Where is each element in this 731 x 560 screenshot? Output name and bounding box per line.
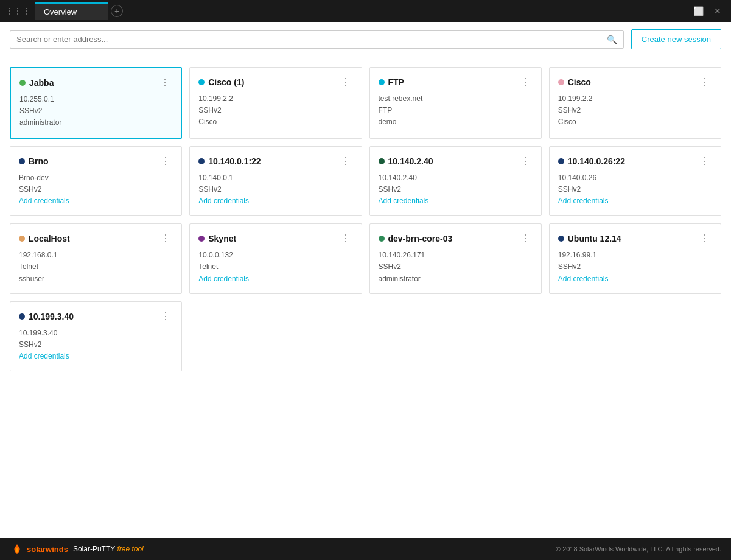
card-host: 10.140.2.40 [379,172,533,184]
card-protocol: SSHv2 [19,184,173,195]
card-header: Brno ⋮ [19,155,173,167]
status-dot [558,79,564,85]
card-menu-button[interactable]: ⋮ [158,155,173,167]
card-host: 10.199.2.2 [198,93,352,105]
card-name: FTP [388,77,404,87]
card-title-row: Skynet [198,234,236,243]
status-dot [379,79,385,85]
status-dot [379,236,385,242]
status-dot [198,79,205,85]
card-info: 10.140.26.171 SSHv2 administrator [379,250,533,285]
session-card-10140026[interactable]: 10.140.0.26:22 ⋮ 10.140.0.26 SSHv2 Add c… [549,146,721,217]
session-card-devbrn[interactable]: dev-brn-core-03 ⋮ 10.140.26.171 SSHv2 ad… [369,223,542,294]
add-credentials-link[interactable]: Add credentials [558,273,609,285]
card-title-row: FTP [379,77,404,87]
card-menu-button[interactable]: ⋮ [518,76,533,88]
card-info: 192.168.0.1 Telnet sshuser [19,250,173,285]
session-card-jabba[interactable]: Jabba ⋮ 10.255.0.1 SSHv2 administrator [10,67,182,139]
card-menu-button[interactable]: ⋮ [698,233,712,245]
session-card-skynet[interactable]: Skynet ⋮ 10.0.0.132 Telnet Add credentia… [189,223,362,294]
card-protocol: SSHv2 [379,184,533,195]
card-user: Cisco [558,116,712,128]
card-host: 10.199.3.40 [19,327,173,339]
card-menu-button[interactable]: ⋮ [338,155,353,167]
session-card-cisco[interactable]: Cisco ⋮ 10.199.2.2 SSHv2 Cisco [549,67,721,139]
card-title-row: Jabba [19,78,54,88]
card-menu-button[interactable]: ⋮ [338,233,353,245]
add-credentials-link[interactable]: Add credentials [379,195,429,207]
card-name: LocalHost [29,234,70,243]
card-title-row: LocalHost [19,234,70,243]
card-title-row: dev-brn-core-03 [379,234,453,243]
card-name: dev-brn-core-03 [388,234,453,243]
session-card-10199340[interactable]: 10.199.3.40 ⋮ 10.199.3.40 SSHv2 Add cred… [10,301,182,372]
card-menu-button[interactable]: ⋮ [698,155,712,167]
sessions-grid: Jabba ⋮ 10.255.0.1 SSHv2 administrator C… [10,67,721,371]
session-card-brno[interactable]: Brno ⋮ Brno-dev SSHv2 Add credentials [10,146,182,217]
card-menu-button[interactable]: ⋮ [158,310,173,323]
card-menu-button[interactable]: ⋮ [158,77,172,89]
card-info: 10.199.2.2 SSHv2 Cisco [198,93,352,128]
status-dot [558,236,564,242]
search-input[interactable] [16,35,607,44]
card-header: 10.140.0.26:22 ⋮ [558,155,712,167]
card-title-row: Cisco (1) [198,77,244,87]
card-menu-button[interactable]: ⋮ [698,76,712,88]
card-protocol: SSHv2 [19,105,172,117]
card-title-row: Ubuntu 12.14 [558,234,621,243]
add-credentials-link[interactable]: Add credentials [198,195,249,207]
card-menu-button[interactable]: ⋮ [518,233,533,245]
card-menu-button[interactable]: ⋮ [518,155,533,167]
card-title-row: Brno [19,156,49,166]
session-card-cisco1[interactable]: Cisco (1) ⋮ 10.199.2.2 SSHv2 Cisco [189,67,362,139]
new-tab-button[interactable]: + [111,5,123,17]
card-title-row: 10.140.0.1:22 [198,156,261,166]
card-name: 10.199.3.40 [29,312,74,321]
add-credentials-link[interactable]: Add credentials [19,351,69,362]
session-card-ftp[interactable]: FTP ⋮ test.rebex.net FTP demo [369,67,542,139]
status-dot [19,313,25,320]
card-title-row: Cisco [558,77,591,87]
card-menu-button[interactable]: ⋮ [338,76,353,88]
card-header: 10.140.0.1:22 ⋮ [198,155,352,167]
card-info: test.rebex.net FTP demo [379,93,533,128]
card-title-row: 10.140.0.26:22 [558,156,625,166]
card-name: Ubuntu 12.14 [568,234,621,243]
card-title-row: 10.199.3.40 [19,312,74,321]
app-name: Solar-PuTTY free tool [73,545,144,553]
maximize-button[interactable]: ⬜ [690,2,707,19]
card-protocol: SSHv2 [558,105,712,116]
card-header: 10.140.2.40 ⋮ [379,155,533,167]
close-button[interactable]: ✕ [709,2,726,19]
session-card-localhost[interactable]: LocalHost ⋮ 192.168.0.1 Telnet sshuser [10,223,182,294]
card-host: 10.140.0.1 [198,172,352,184]
card-protocol: SSHv2 [198,105,352,116]
session-card-ubuntu[interactable]: Ubuntu 12.14 ⋮ 192.16.99.1 SSHv2 Add cre… [549,223,721,294]
card-header: FTP ⋮ [379,76,533,88]
card-host: 192.168.0.1 [19,250,173,261]
overview-tab[interactable]: Overview [35,2,108,20]
create-session-button[interactable]: Create new session [631,29,721,49]
solarwinds-flame-icon [10,543,24,555]
window-menu-icon[interactable]: ⋮⋮⋮ [5,6,30,16]
add-credentials-link[interactable]: Add credentials [19,195,69,207]
search-box: 🔍 [10,30,624,49]
card-user: demo [379,116,533,128]
card-header: Ubuntu 12.14 ⋮ [558,233,712,245]
card-menu-button[interactable]: ⋮ [158,233,173,245]
card-name: Brno [29,156,49,166]
minimize-button[interactable]: — [670,2,687,19]
card-name: 10.140.0.26:22 [568,156,625,166]
window-controls: — ⬜ ✕ [670,2,726,19]
session-card-10140240[interactable]: 10.140.2.40 ⋮ 10.140.2.40 SSHv2 Add cred… [369,146,542,217]
free-tool-label: free tool [117,545,143,553]
add-credentials-link[interactable]: Add credentials [198,273,249,285]
card-protocol: SSHv2 [379,261,533,273]
status-dot [558,158,564,164]
card-info: 10.199.2.2 SSHv2 Cisco [558,93,712,128]
session-card-10140012[interactable]: 10.140.0.1:22 ⋮ 10.140.0.1 SSHv2 Add cre… [189,146,362,217]
add-credentials-link[interactable]: Add credentials [558,195,609,207]
card-protocol: SSHv2 [198,184,352,195]
card-host: Brno-dev [19,172,173,184]
card-name: 10.140.0.1:22 [208,156,261,166]
